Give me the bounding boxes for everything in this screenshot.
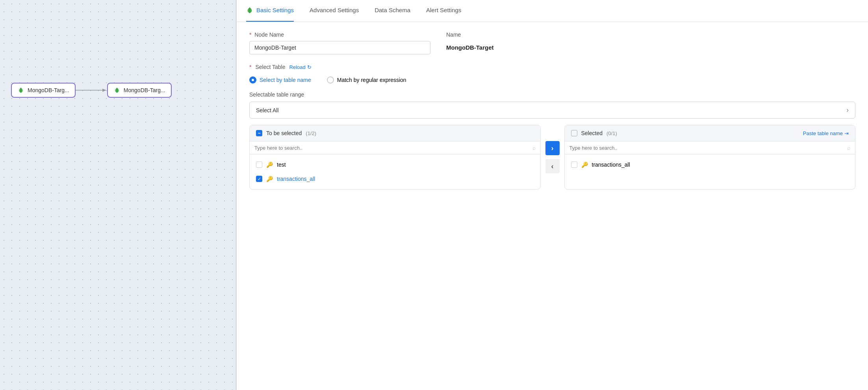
tabs-header: Basic Settings Advanced Settings Data Sc… (237, 0, 868, 22)
reload-button[interactable]: Reload ↻ (289, 64, 311, 70)
right-panel-count: (0/1) (606, 130, 617, 136)
tab-data-schema[interactable]: Data Schema (375, 0, 410, 22)
target-node[interactable]: MongoDB-Targ... (107, 83, 172, 98)
tab-basic-label: Basic Settings (256, 7, 294, 13)
chevron-down-icon: › (846, 106, 849, 114)
name-group: Name MongoDB-Target (446, 32, 494, 54)
radio-by-name[interactable]: Select by table name (249, 76, 311, 84)
radio-by-regex-circle (327, 76, 334, 84)
node-flow: MongoDB-Targ... MongoDB-Targ... (11, 83, 172, 98)
tab-alert-label: Alert Settings (426, 7, 461, 13)
right-panel-checkbox[interactable] (571, 130, 577, 136)
source-node[interactable]: MongoDB-Targ... (11, 83, 76, 98)
check-icon-transactions: ✓ (258, 176, 261, 182)
left-item-transactions-checkbox[interactable]: ✓ (256, 176, 262, 182)
select-all-label: Select All (256, 107, 279, 113)
backward-icon: ‹ (551, 162, 554, 171)
minus-icon: − (258, 130, 260, 136)
required-star-2: * (249, 64, 251, 70)
left-table-list: 🔑 test ✓ 🔑 transactions_all (250, 154, 540, 189)
left-search-input[interactable] (254, 145, 529, 151)
left-item-transactions[interactable]: ✓ 🔑 transactions_all (250, 172, 540, 186)
right-panel: Selected (0/1) Paste table name ⇥ ⌕ 🔑 (564, 125, 856, 189)
select-table-label: Select Table (255, 64, 285, 70)
transfer-buttons: › ‹ (541, 125, 564, 189)
left-item-transactions-label: transactions_all (277, 176, 315, 182)
node-name-group: * Node Name (249, 32, 430, 54)
left-search-icon: ⌕ (532, 145, 536, 151)
required-star-1: * (249, 32, 251, 38)
mongo-leaf-icon-2 (113, 87, 121, 94)
radio-group: Select by table name Match by regular ex… (249, 76, 855, 84)
name-display: MongoDB-Target (446, 41, 494, 51)
left-panel-title: To be selected (266, 130, 302, 136)
right-search-input[interactable] (569, 145, 844, 151)
canvas-area: MongoDB-Targ... MongoDB-Targ... (0, 0, 236, 390)
paste-button[interactable]: Paste table name ⇥ (803, 130, 849, 136)
left-panel-header: − To be selected (1/2) (250, 125, 540, 141)
reload-label: Reload (289, 64, 305, 70)
node-name-label: * Node Name (249, 32, 430, 38)
tab-advanced-label: Advanced Settings (310, 7, 359, 13)
left-panel-count: (1/2) (306, 130, 316, 136)
right-key-icon-transactions: 🔑 (581, 162, 588, 168)
settings-panel: Basic Settings Advanced Settings Data Sc… (236, 0, 868, 390)
settings-content: * Node Name Name MongoDB-Target * Select… (237, 22, 868, 390)
tab-schema-label: Data Schema (375, 7, 410, 13)
tab-basic-settings[interactable]: Basic Settings (246, 0, 294, 22)
tab-mongo-icon (246, 7, 253, 14)
tab-alert-settings[interactable]: Alert Settings (426, 0, 461, 22)
svg-marker-3 (102, 89, 106, 92)
right-search-icon: ⌕ (847, 145, 850, 151)
right-panel-title: Selected (581, 130, 603, 136)
mongo-leaf-icon-1 (17, 87, 24, 94)
tab-advanced-settings[interactable]: Advanced Settings (310, 0, 359, 22)
left-item-test[interactable]: 🔑 test (250, 158, 540, 172)
source-node-label: MongoDB-Targ... (28, 87, 69, 93)
left-panel: − To be selected (1/2) ⌕ 🔑 test (249, 125, 541, 189)
select-table-section: * Select Table Reload ↻ (249, 64, 855, 70)
radio-by-regex[interactable]: Match by regular expression (327, 76, 406, 84)
forward-icon: › (551, 144, 554, 152)
right-search-box: ⌕ (565, 141, 855, 154)
right-item-transactions-checkbox[interactable] (571, 162, 577, 168)
right-panel-header: Selected (0/1) Paste table name ⇥ (565, 125, 855, 141)
transfer-container: − To be selected (1/2) ⌕ 🔑 test (249, 125, 855, 189)
right-table-list: 🔑 transactions_all (565, 154, 855, 175)
key-icon-test: 🔑 (266, 162, 273, 168)
right-item-transactions[interactable]: 🔑 transactions_all (565, 158, 855, 172)
reload-icon: ↻ (307, 64, 312, 70)
node-name-input[interactable] (249, 41, 430, 54)
right-item-transactions-label: transactions_all (592, 162, 630, 168)
range-label: Selectable table range (249, 91, 855, 98)
select-all-dropdown[interactable]: Select All › (249, 102, 855, 119)
name-label: Name (446, 32, 494, 38)
target-node-label: MongoDB-Targ... (124, 87, 165, 93)
radio-by-name-circle (249, 76, 256, 84)
radio-by-name-label: Select by table name (260, 77, 311, 83)
backward-button[interactable]: ‹ (545, 159, 560, 173)
left-search-box: ⌕ (250, 141, 540, 154)
flow-arrow (76, 86, 107, 94)
paste-icon: ⇥ (844, 130, 849, 136)
left-item-test-label: test (277, 162, 286, 168)
node-name-row: * Node Name Name MongoDB-Target (249, 32, 855, 54)
left-panel-checkbox[interactable]: − (256, 130, 262, 136)
key-icon-transactions: 🔑 (266, 176, 273, 182)
left-item-test-checkbox[interactable] (256, 162, 262, 168)
paste-label: Paste table name (803, 130, 843, 136)
radio-by-regex-label: Match by regular expression (337, 77, 406, 83)
forward-button[interactable]: › (545, 141, 560, 155)
